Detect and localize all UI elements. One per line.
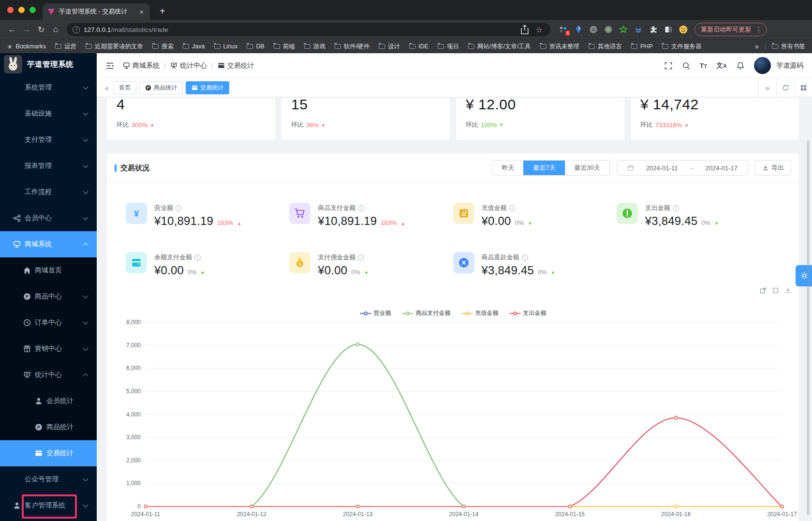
blue-layers-extension-icon[interactable]	[634, 25, 643, 34]
bookmark-folder[interactable]: 运营	[55, 43, 76, 51]
breadcrumb-item[interactable]: 商城系统	[123, 61, 160, 70]
url-bar[interactable]: i 127.0.0.1/mall/statistics/trade ☆	[67, 23, 550, 36]
scroll-tags-left-icon[interactable]: «	[101, 84, 113, 92]
browser-menu-icon[interactable]: ⋮	[754, 26, 764, 33]
tab-商品统计[interactable]: P商品统计	[139, 81, 183, 94]
collapse-sidebar-icon[interactable]	[105, 61, 114, 70]
sidebar-item-mall-home[interactable]: 商城首页	[0, 257, 97, 283]
new-tab-button[interactable]: +	[160, 5, 165, 17]
date-start[interactable]: 2024-01-11	[646, 164, 678, 172]
sidebar-item-mall-system[interactable]: 商城系统	[0, 231, 97, 257]
language-icon[interactable]: 文A	[716, 61, 727, 70]
bookmarks-root[interactable]: ★ Bookmarks	[7, 43, 46, 50]
bookmark-folder[interactable]: 文件服务器	[662, 43, 702, 51]
user-avatar[interactable]	[754, 57, 771, 74]
bookmarks-overflow-icon[interactable]: »	[755, 43, 759, 50]
sidebar-item-statistics-center[interactable]: 统计中心	[0, 362, 97, 388]
export-button[interactable]: 导出	[755, 160, 791, 176]
green-dot-extension-icon[interactable]	[604, 25, 613, 34]
bookmark-folder[interactable]: 网站/博客/文章/工具	[468, 43, 531, 51]
trade-trend-chart[interactable]: 01,0002,0003,0004,0005,0006,0007,0008,00…	[107, 283, 799, 521]
sidebar-item-promotion-center[interactable]: 营销中心	[0, 336, 97, 362]
site-info-icon[interactable]: i	[73, 26, 80, 33]
info-icon[interactable]: i	[522, 254, 528, 261]
sidebar-item-pay[interactable]: 支付管理	[0, 127, 97, 153]
date-range-picker[interactable]: 2024-01-11 – 2024-01-17	[617, 160, 748, 176]
bookmark-folder[interactable]: 游戏	[304, 43, 325, 51]
legend-item-充值金额[interactable]: 充值金额	[461, 309, 499, 317]
breadcrumb-item[interactable]: 交易统计	[218, 61, 254, 70]
font-size-icon[interactable]: TT	[700, 62, 707, 70]
profile-avatar-icon[interactable]	[679, 25, 688, 34]
tab-manager-extension-icon[interactable]: 6	[559, 25, 568, 34]
close-window-button[interactable]	[7, 7, 14, 13]
home-icon[interactable]: ⌂	[48, 25, 63, 34]
bookmark-folder[interactable]: IDE	[409, 43, 428, 51]
range-button-1[interactable]: 最近7天	[523, 161, 564, 175]
username[interactable]: 芋道源码	[776, 61, 803, 70]
legend-item-商品支付金额[interactable]: 商品支付金额	[402, 309, 451, 317]
sidebar-item-product-stats[interactable]: P商品统计	[0, 414, 97, 440]
tab-close-icon[interactable]: ×	[138, 8, 145, 16]
legend-item-支出金额[interactable]: 支出金额	[509, 309, 546, 317]
sidebar-item-crm[interactable]: 客户管理系统	[0, 492, 97, 519]
sidebar-item-member-center[interactable]: 会员中心	[0, 205, 97, 231]
vertical-scrollbar[interactable]	[807, 140, 810, 515]
extensions-puzzle-icon[interactable]	[649, 25, 658, 34]
bookmark-folder[interactable]: PHP	[631, 43, 653, 51]
browser-tab[interactable]: 芋道管理系统 - 交易统计 ×	[43, 3, 150, 20]
bookmark-folder[interactable]: 其他语言	[589, 43, 622, 51]
breadcrumb-item[interactable]: 统计中心	[170, 61, 207, 70]
zoom-window-button[interactable]	[30, 7, 36, 13]
bookmark-star-icon[interactable]: ☆	[534, 25, 545, 34]
date-end[interactable]: 2024-01-17	[706, 164, 738, 172]
refresh-page-icon[interactable]	[776, 78, 794, 97]
tab-交易统计[interactable]: 交易统计	[186, 81, 229, 94]
sidebar-item-mp[interactable]: 公众号管理	[0, 466, 97, 492]
info-icon[interactable]: i	[509, 205, 516, 211]
range-button-2[interactable]: 最近30天	[565, 161, 609, 175]
minimize-window-button[interactable]	[18, 7, 25, 13]
info-icon[interactable]: i	[194, 254, 201, 261]
range-button-0[interactable]: 昨天	[492, 161, 523, 175]
sidebar-item-order-center[interactable]: 订单中心	[0, 310, 97, 336]
forward-icon[interactable]: →	[19, 25, 34, 34]
info-icon[interactable]: i	[176, 205, 182, 211]
green-star-extension-icon[interactable]	[619, 25, 628, 34]
bookmark-folder[interactable]: 设计	[379, 43, 400, 51]
fullscreen-icon[interactable]	[664, 61, 673, 70]
info-icon[interactable]: i	[358, 254, 364, 261]
bookmark-folder[interactable]: 搜索	[152, 43, 174, 51]
bookmark-folder[interactable]: Java	[183, 43, 205, 51]
sidebar-item-report[interactable]: 报表管理	[0, 153, 97, 179]
sidebar-item-system[interactable]: 系统管理	[0, 74, 97, 101]
tab-首页[interactable]: 首页	[113, 81, 136, 94]
app-logo[interactable]: 芋道管理系统	[0, 53, 97, 74]
all-bookmarks-folder[interactable]: 所有书签	[772, 43, 805, 51]
search-icon[interactable]	[682, 61, 691, 70]
blue-kite-extension-icon[interactable]	[574, 25, 583, 34]
info-icon[interactable]: i	[358, 205, 364, 211]
sidebar-item-infra[interactable]: 基础设施	[0, 101, 97, 127]
legend-item-营业额[interactable]: 营业额	[360, 309, 391, 317]
bookmark-folder[interactable]: 项目	[438, 43, 459, 51]
command-extension-icon[interactable]: ⌘	[589, 25, 598, 34]
sidebar-item-product-center[interactable]: P商品中心	[0, 283, 97, 310]
tags-menu-icon[interactable]	[794, 78, 812, 97]
bookmark-folder[interactable]: 前端	[274, 43, 295, 51]
bookmark-folder[interactable]: 近期需要读的文章	[86, 43, 143, 51]
sidebar-item-member-stats[interactable]: 会员统计	[0, 388, 97, 414]
sidebar-item-workflow[interactable]: 工作流程	[0, 179, 97, 205]
scroll-tags-right-icon[interactable]: »	[758, 78, 776, 97]
bookmark-folder[interactable]: 资讯未整理	[540, 43, 580, 51]
bookmark-folder[interactable]: Linux	[214, 43, 238, 51]
sidebar-item-trade-stats[interactable]: 交易统计	[0, 440, 97, 466]
update-browser-button[interactable]: 重新启动即可更新 ⋮	[694, 23, 767, 36]
share-icon[interactable]	[519, 24, 530, 35]
split-screen-extension-icon[interactable]	[664, 25, 673, 34]
info-icon[interactable]: i	[673, 205, 679, 211]
back-icon[interactable]: ←	[5, 25, 19, 34]
bookmark-folder[interactable]: DB	[247, 43, 264, 51]
reload-icon[interactable]: ↻	[34, 25, 48, 35]
notifications-bell-icon[interactable]	[736, 61, 745, 70]
